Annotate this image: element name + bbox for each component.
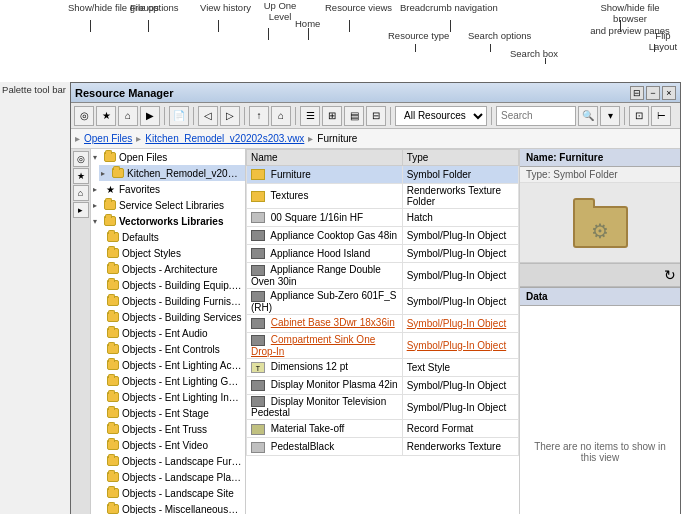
- tree-arch[interactable]: Objects - Architecture: [99, 261, 245, 277]
- home2-btn[interactable]: ⌂: [271, 106, 291, 126]
- bldg-equip-icon: [106, 278, 120, 292]
- show-hide-panes-btn[interactable]: ⊡: [629, 106, 649, 126]
- tree-ent-lighting-acc[interactable]: Objects - Ent Lighting Access...: [99, 357, 245, 373]
- tree-ent-audio[interactable]: Objects - Ent Audio: [99, 325, 245, 341]
- table-row[interactable]: 00 Square 1/16in HF Hatch: [247, 209, 519, 227]
- preview-type: Type: Symbol Folder: [520, 167, 680, 183]
- row-name: T Dimensions 12 pt: [247, 358, 403, 376]
- home-btn[interactable]: ⌂: [118, 106, 138, 126]
- table-row[interactable]: Display Monitor Television Pedestal Symb…: [247, 394, 519, 420]
- tree-vw-libraries[interactable]: ▾ Vectorworks Libraries: [91, 213, 245, 229]
- ls-site-icon: [106, 486, 120, 500]
- resource-scroll[interactable]: Name Type Furniture S: [246, 149, 519, 514]
- bc-kitchen[interactable]: Kitchen_Remodel_v20202s203.vwx: [145, 133, 304, 144]
- title-bar-controls: ⊟ − ×: [630, 86, 676, 100]
- tree-label-ent-truss: Objects - Ent Truss: [122, 424, 207, 435]
- folder-icon: [251, 169, 265, 180]
- tree-arrow-fav: ▸: [93, 185, 103, 194]
- tree-ls-plants[interactable]: Objects - Landscape Plants: [99, 469, 245, 485]
- tree-service-select[interactable]: ▸ Service Select Libraries: [91, 197, 245, 213]
- search-options-btn[interactable]: ▾: [600, 106, 620, 126]
- row-label: Display Monitor Plasma 42in: [271, 379, 398, 390]
- tree-ent-li[interactable]: Objects - Ent Lighting Instru...: [99, 389, 245, 405]
- file-browser-pane: ▾ Open Files ▸ Kitchen_Remodel_v20202: [91, 149, 246, 514]
- tree-ls-furn[interactable]: Objects - Landscape Furnishi...: [99, 453, 245, 469]
- tree-defaults[interactable]: Defaults: [99, 229, 245, 245]
- tree-obj-styles[interactable]: Object Styles: [99, 245, 245, 261]
- table-row[interactable]: Appliance Range Double Oven 30in Symbol/…: [247, 263, 519, 289]
- resource-type-dropdown[interactable]: All Resources: [395, 106, 487, 126]
- flip-layout-btn[interactable]: ⊟: [630, 86, 644, 100]
- show-hide-panes-btn2[interactable]: ⊢: [651, 106, 671, 126]
- ent-li-icon: [106, 390, 120, 404]
- tree-label-vw: Vectorworks Libraries: [119, 216, 224, 227]
- table-row[interactable]: Appliance Cooktop Gas 48in Symbol/Plug-I…: [247, 227, 519, 245]
- tree-bldg-furn[interactable]: Objects - Building Furnishing: [99, 293, 245, 309]
- palette-btn-3[interactable]: ⌂: [73, 185, 89, 201]
- palette-toolbar: ◎ ★ ⌂ ▸: [71, 149, 91, 514]
- bldg-svc-icon: [106, 310, 120, 324]
- tree-ent-lg[interactable]: Objects - Ent Lighting Gobos: [99, 373, 245, 389]
- left-labels: Palette tool bar Quickaccessbuttons: [0, 82, 70, 514]
- table-row[interactable]: Appliance Hood Island Symbol/Plug-In Obj…: [247, 245, 519, 263]
- list-view-btn[interactable]: ☰: [300, 106, 320, 126]
- circle-btn[interactable]: ◎: [74, 106, 94, 126]
- open-files-icon: [103, 150, 117, 164]
- tree-open-files[interactable]: ▾ Open Files: [91, 149, 245, 165]
- row-label: Material Take-off: [271, 423, 345, 434]
- table-row[interactable]: Cabinet Base 3Dwr 18x36in Symbol/Plug-In…: [247, 314, 519, 332]
- tree-label-bldg-svc: Objects - Building Services: [122, 312, 242, 323]
- tree-ent-video[interactable]: Objects - Ent Video: [99, 437, 245, 453]
- search-input[interactable]: [496, 106, 576, 126]
- forward-btn[interactable]: ▷: [220, 106, 240, 126]
- row-type: Symbol/Plug-In Object: [402, 263, 518, 289]
- search-btn[interactable]: 🔍: [578, 106, 598, 126]
- ann-palette-toolbar: Palette tool bar: [2, 84, 66, 96]
- grid-view-btn[interactable]: ⊞: [322, 106, 342, 126]
- minimize-btn[interactable]: −: [646, 86, 660, 100]
- tree-ent-stage[interactable]: Objects - Ent Stage: [99, 405, 245, 421]
- play-btn[interactable]: ▶: [140, 106, 160, 126]
- large-view-btn[interactable]: ⊟: [366, 106, 386, 126]
- star-btn[interactable]: ★: [96, 106, 116, 126]
- table-row[interactable]: Material Take-off Record Format: [247, 420, 519, 438]
- refresh-btn[interactable]: ↻: [664, 267, 676, 283]
- tree-misc[interactable]: Objects - Miscellaneous_Ento...: [99, 501, 245, 514]
- tree-favorites[interactable]: ▸ ★ Favorites: [91, 181, 245, 197]
- palette-btn-4[interactable]: ▸: [73, 202, 89, 218]
- table-row[interactable]: Furniture Symbol Folder: [247, 166, 519, 184]
- table-row[interactable]: Compartment Sink One Drop-In Symbol/Plug…: [247, 332, 519, 358]
- up-level-btn[interactable]: ↑: [249, 106, 269, 126]
- ent-stage-icon: [106, 406, 120, 420]
- bc-open-files[interactable]: Open Files: [84, 133, 132, 144]
- table-row[interactable]: Display Monitor Plasma 42in Symbol/Plug-…: [247, 376, 519, 394]
- detail-view-btn[interactable]: ▤: [344, 106, 364, 126]
- row-label: Appliance Hood Island: [270, 248, 370, 259]
- file-options-btn[interactable]: 📄: [169, 106, 189, 126]
- symbol-icon: [251, 396, 265, 407]
- table-row[interactable]: PedestalBlack Renderworks Texture: [247, 438, 519, 456]
- tree-arrow-open-files: ▾: [93, 153, 103, 162]
- window-area: Palette tool bar Quickaccessbuttons Reso…: [0, 82, 681, 514]
- tree-kitchen[interactable]: ▸ Kitchen_Remodel_v20202s...: [99, 165, 245, 181]
- symbol-icon: [251, 335, 265, 346]
- tree-bldg-equip[interactable]: Objects - Building Equip., App...: [99, 277, 245, 293]
- ent-truss-icon: [106, 422, 120, 436]
- back-btn[interactable]: ◁: [198, 106, 218, 126]
- tree-label-ls-site: Objects - Landscape Site: [122, 488, 234, 499]
- ent-video-icon: [106, 438, 120, 452]
- tree-bldg-svc[interactable]: Objects - Building Services: [99, 309, 245, 325]
- tree-ent-truss[interactable]: Objects - Ent Truss: [99, 421, 245, 437]
- tree-ls-site[interactable]: Objects - Landscape Site: [99, 485, 245, 501]
- table-row[interactable]: Appliance Sub-Zero 601F_S (RH) Symbol/Pl…: [247, 288, 519, 314]
- palette-btn-2[interactable]: ★: [73, 168, 89, 184]
- favorites-icon: ★: [103, 182, 117, 196]
- tree-label-obj-styles: Object Styles: [122, 248, 181, 259]
- arch-icon: [106, 262, 120, 276]
- table-row[interactable]: Textures Renderworks Texture Folder: [247, 184, 519, 209]
- col-header-type: Type: [402, 150, 518, 166]
- palette-btn-1[interactable]: ◎: [73, 151, 89, 167]
- tree-ent-controls[interactable]: Objects - Ent Controls: [99, 341, 245, 357]
- close-btn[interactable]: ×: [662, 86, 676, 100]
- table-row[interactable]: T Dimensions 12 pt Text Style: [247, 358, 519, 376]
